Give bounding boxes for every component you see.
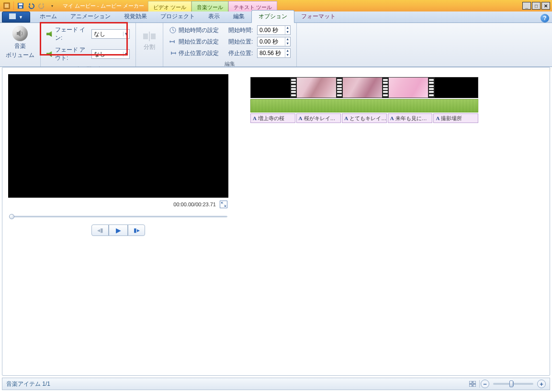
chevron-down-icon[interactable]: ▼	[123, 32, 129, 36]
preview-video[interactable]	[8, 74, 228, 198]
svg-rect-3	[19, 3, 23, 5]
start-time-input[interactable]	[258, 26, 285, 34]
music-volume-label-1: 音楽	[14, 42, 26, 50]
chevron-down-icon[interactable]: ▼	[123, 52, 129, 56]
window-controls: _ □ ✕	[520, 0, 552, 11]
timeline-pane: A増上寺の桜 A桜がキレイ… Aとてもキレイ… A来年も見に… A撮影場所	[237, 67, 550, 375]
text-clip-0[interactable]: A増上寺の桜	[250, 113, 295, 123]
clip-thumb-2[interactable]	[343, 78, 382, 98]
tab-format[interactable]: フォーマット	[294, 11, 342, 22]
tab-view[interactable]: 表示	[202, 11, 226, 22]
text-clip-3[interactable]: A来年も見に…	[388, 113, 433, 123]
set-start-pos-button[interactable]: 開始位置の設定	[169, 36, 223, 47]
qat-customize-icon[interactable]: ▾	[47, 1, 57, 11]
context-tab-video[interactable]: ビデオ ツール	[148, 1, 192, 11]
svg-rect-9	[143, 34, 148, 39]
music-volume-button[interactable]: 音楽 ボリューム	[3, 24, 37, 61]
zoom-out-button[interactable]: −	[481, 380, 489, 388]
waveform	[251, 100, 478, 112]
text-clip-2[interactable]: Aとてもキレイ…	[342, 113, 387, 123]
clip-thumb-1[interactable]	[297, 78, 336, 98]
start-pos-input[interactable]	[258, 37, 285, 46]
zoom-in-button[interactable]: +	[537, 380, 546, 388]
play-button[interactable]: ▶	[109, 224, 128, 236]
text-clip-4[interactable]: A撮影場所	[433, 113, 478, 123]
tab-visual[interactable]: 視覚効果	[117, 11, 154, 22]
fade-in-icon	[46, 31, 53, 37]
film-sprocket	[428, 78, 435, 98]
group-volume: 音楽 ボリューム	[0, 23, 41, 67]
view-thumbnails-button[interactable]	[468, 380, 477, 388]
clip-black[interactable]	[251, 78, 290, 98]
set-stop-pos-button[interactable]: 停止位置の設定	[169, 48, 223, 58]
audio-track[interactable]	[250, 99, 478, 112]
close-button[interactable]: ✕	[541, 2, 550, 10]
fade-in-value[interactable]	[92, 31, 123, 37]
fade-block: フェード イン: ▼ フェード アウト: ▼	[44, 24, 133, 64]
speaker-icon	[12, 26, 28, 41]
split-icon	[143, 31, 156, 42]
tab-project[interactable]: プロジェクト	[154, 11, 202, 22]
film-sprocket	[336, 78, 343, 98]
spin-up-icon[interactable]: ▲	[285, 37, 291, 42]
spin-up-icon[interactable]: ▲	[285, 26, 291, 30]
group-label-empty2	[136, 59, 163, 67]
clip-thumb-3[interactable]	[389, 78, 428, 98]
quick-access-toolbar: ▾	[0, 0, 59, 11]
svg-rect-1	[5, 4, 9, 8]
film-sprocket	[290, 78, 297, 98]
spin-down-icon[interactable]: ▼	[285, 53, 291, 57]
window-title: マイ ムービー - ムービー メーカー	[59, 0, 148, 11]
prev-frame-button[interactable]: ◂▮	[91, 224, 109, 236]
help-button[interactable]: ?	[541, 14, 549, 22]
start-time-spinner[interactable]: ▲▼	[257, 25, 291, 35]
stop-pos-label: 停止位置:	[228, 49, 255, 57]
stop-pos-spinner[interactable]: ▲▼	[257, 48, 291, 58]
stop-pos-input[interactable]	[258, 49, 285, 57]
text-clip-1[interactable]: A桜がキレイ…	[296, 113, 341, 123]
svg-rect-4	[19, 6, 22, 8]
save-icon[interactable]	[16, 1, 25, 11]
spin-up-icon[interactable]: ▲	[285, 49, 291, 53]
zoom-slider[interactable]	[493, 383, 533, 385]
maximize-button[interactable]: □	[532, 2, 541, 10]
minimize-button[interactable]: _	[522, 2, 531, 10]
edit-set-col: 開始時間の設定 開始位置の設定 停止位置の設定	[166, 24, 225, 59]
undo-icon[interactable]	[26, 1, 36, 11]
file-menu-icon	[9, 13, 16, 21]
fade-in-combo[interactable]: ▼	[91, 29, 130, 39]
set-stop-pos-label: 停止位置の設定	[179, 49, 223, 57]
clip-black-2[interactable]	[435, 78, 478, 98]
spacer	[277, 0, 520, 11]
group-label-edit: 編集	[163, 60, 296, 67]
zoom-thumb[interactable]	[509, 381, 513, 387]
zoom-center-tick	[513, 381, 514, 386]
fade-out-value[interactable]	[92, 51, 123, 57]
separator	[479, 380, 480, 388]
set-start-pos-label: 開始位置の設定	[179, 38, 223, 46]
tab-home[interactable]: ホーム	[33, 11, 64, 22]
separator	[13, 1, 14, 10]
time-row: 00:00.00/00:23.71	[8, 198, 228, 210]
spin-down-icon[interactable]: ▼	[285, 42, 291, 46]
redo-icon[interactable]	[37, 1, 46, 11]
video-track[interactable]	[250, 77, 478, 98]
tab-option[interactable]: オプション	[251, 10, 294, 23]
fade-out-label: フェード アウト:	[55, 46, 90, 62]
seek-thumb[interactable]	[9, 214, 14, 219]
tab-animation[interactable]: アニメーション	[64, 11, 117, 22]
context-tab-music[interactable]: 音楽ツール	[192, 1, 228, 11]
next-frame-button[interactable]: ▮▸	[128, 224, 145, 236]
fullscreen-button[interactable]	[220, 201, 227, 208]
set-start-time-button[interactable]: 開始時間の設定	[169, 25, 223, 35]
seek-bar[interactable]	[9, 213, 227, 220]
file-menu-button[interactable]: ▼	[2, 11, 30, 22]
spin-down-icon[interactable]: ▼	[285, 30, 291, 34]
fade-out-row: フェード アウト: ▼	[46, 46, 130, 62]
fade-out-combo[interactable]: ▼	[91, 49, 130, 59]
tab-edit[interactable]: 編集	[226, 11, 251, 22]
group-edit: 開始時間の設定 開始位置の設定 停止位置の設定 開始時間: ▲▼	[163, 23, 297, 67]
ribbon-tab-row: ▼ ホーム アニメーション 視覚効果 プロジェクト 表示 編集 オプション フォ…	[0, 11, 552, 23]
app-icon[interactable]	[2, 1, 11, 11]
start-pos-spinner[interactable]: ▲▼	[257, 37, 291, 46]
